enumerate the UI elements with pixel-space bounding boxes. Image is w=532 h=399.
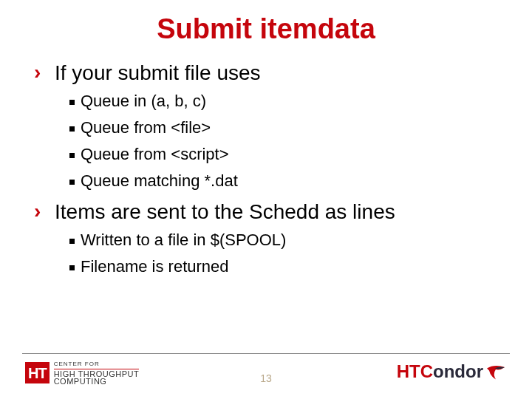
- slide: Submit itemdata › If your submit file us…: [0, 0, 532, 399]
- footer: 13 HT CENTER FOR HIGH THROUGHPUT COMPUTI…: [0, 353, 532, 399]
- square-bullet-icon: [69, 239, 75, 244]
- chtc-line3: COMPUTING: [54, 378, 139, 385]
- bullet-level2: Written to a file in $(SPOOL): [69, 230, 502, 250]
- chtc-logo: HT CENTER FOR HIGH THROUGHPUT COMPUTING: [25, 361, 139, 385]
- condor-bird-icon: [485, 361, 507, 383]
- sub-bullet-text: Queue matching *.dat: [81, 171, 238, 191]
- square-bullet-icon: [69, 100, 75, 105]
- bullet-text: If your submit file uses: [55, 61, 261, 85]
- square-bullet-icon: [69, 126, 75, 132]
- htcondor-logo: HTCondor: [397, 361, 507, 383]
- htcondor-red-part: HTC: [397, 361, 433, 381]
- bullet-text: Items are sent to the Schedd as lines: [55, 200, 395, 224]
- bullet-level2: Queue from <file>: [69, 117, 502, 138]
- sub-bullet-text: Filename is returned: [81, 256, 229, 277]
- htcondor-dark-part: ondor: [433, 361, 483, 381]
- bullet-level2: Filename is returned: [69, 256, 502, 277]
- sub-bullet-text: Queue from <script>: [81, 144, 229, 165]
- sub-bullet-group: Written to a file in $(SPOOL) Filename i…: [69, 230, 502, 277]
- bullet-level2: Queue in (a, b, c): [69, 91, 502, 112]
- sub-bullet-text: Queue in (a, b, c): [81, 91, 206, 112]
- bullet-level2: Queue from <script>: [69, 144, 502, 165]
- slide-title: Submit itemdata: [30, 13, 502, 45]
- sub-bullet-group: Queue in (a, b, c) Queue from <file> Que…: [69, 91, 502, 191]
- square-bullet-icon: [69, 180, 75, 185]
- chevron-right-icon: ›: [34, 61, 47, 83]
- bullet-level1: › Items are sent to the Schedd as lines: [34, 200, 502, 224]
- square-bullet-icon: [69, 265, 75, 270]
- bullet-list: › If your submit file uses Queue in (a, …: [30, 61, 502, 277]
- chtc-line1: CENTER FOR: [54, 361, 139, 369]
- ht-badge-icon: HT: [25, 362, 50, 383]
- sub-bullet-text: Queue from <file>: [81, 117, 211, 138]
- sub-bullet-text: Written to a file in $(SPOOL): [81, 230, 286, 250]
- chevron-right-icon: ›: [34, 200, 47, 222]
- bullet-level1: › If your submit file uses: [34, 61, 502, 85]
- square-bullet-icon: [69, 153, 75, 158]
- footer-divider: [22, 353, 510, 354]
- htcondor-logo-text: HTCondor: [397, 361, 483, 382]
- bullet-level2: Queue matching *.dat: [69, 171, 502, 191]
- chtc-logo-text: CENTER FOR HIGH THROUGHPUT COMPUTING: [54, 361, 139, 385]
